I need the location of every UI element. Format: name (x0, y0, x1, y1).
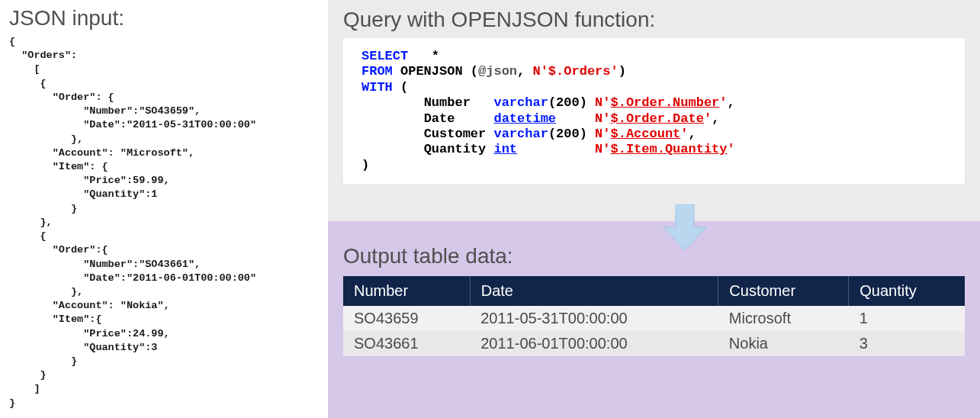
sql-code-block: SELECT * FROM OPENJSON (@json, N'$.Order… (343, 38, 965, 184)
col-header-quantity: Quantity (849, 276, 965, 306)
col4-name: Quantity (424, 142, 487, 156)
output-title: Output table data: (343, 244, 965, 268)
col3-type: varchar (493, 127, 548, 141)
col3-name: Customer (424, 127, 487, 141)
output-panel: Output table data: Number Date Customer … (328, 221, 980, 418)
cell-date: 2011-05-31T00:00:00 (470, 306, 718, 331)
col2-path: $.Order.Date (611, 111, 704, 126)
col4-path-suffix: ' (728, 142, 735, 156)
col3-size: (200) (548, 127, 587, 141)
col2-path-suffix: ' (704, 111, 712, 126)
col3-path-suffix: ' (680, 127, 688, 141)
query-title: Query with OPENJSON function: (343, 8, 965, 32)
star: * (432, 49, 439, 63)
col2-type: datetime (493, 111, 556, 126)
col3-path-prefix: N' (595, 127, 610, 141)
cell-date: 2011-06-01T00:00:00 (470, 331, 718, 356)
paren-close: ) (619, 64, 626, 79)
col4-path: $.Item.Quantity (611, 142, 728, 156)
col-header-date: Date (470, 276, 718, 306)
col1-path: $.Order.Number (611, 95, 720, 110)
col-header-customer: Customer (718, 276, 849, 306)
json-input-panel: JSON input: { "Orders": [ { "Order": { "… (0, 0, 328, 418)
json-input-title: JSON input: (9, 6, 319, 31)
output-table: Number Date Customer Quantity SO43659 20… (343, 276, 965, 356)
col1-path-prefix: N' (595, 95, 610, 110)
table-header-row: Number Date Customer Quantity (343, 276, 965, 306)
table-row: SO43659 2011-05-31T00:00:00 Microsoft 1 (343, 306, 965, 331)
col2-name: Date (424, 111, 455, 126)
col1-size: (200) (548, 95, 587, 110)
var-json: @json (478, 64, 517, 79)
cell-customer: Microsoft (718, 306, 849, 331)
comma: , (517, 64, 525, 79)
col1-type: varchar (493, 95, 548, 110)
kw-select: SELECT (361, 49, 408, 63)
orders-path: N'$.Orders' (532, 64, 618, 79)
col4-path-prefix: N' (595, 142, 610, 156)
kw-with: WITH (361, 80, 393, 95)
flow-arrow-icon (664, 204, 706, 250)
kw-from: FROM (361, 64, 393, 79)
cell-number: SO43661 (343, 331, 470, 356)
fn-openjson: OPENJSON (400, 64, 463, 79)
svg-marker-0 (664, 204, 706, 250)
col3-path: $.Account (611, 127, 681, 141)
col1-name: Number (424, 95, 471, 110)
cell-number: SO43659 (343, 306, 470, 331)
col2-path-prefix: N' (595, 111, 610, 126)
cell-customer: Nokia (718, 331, 849, 356)
query-panel: Query with OPENJSON function: SELECT * F… (328, 0, 980, 221)
col1-path-suffix: ' (719, 95, 727, 110)
cell-quantity: 1 (849, 306, 965, 331)
col-header-number: Number (343, 276, 470, 306)
json-input-code: { "Orders": [ { "Order": { "Number":"SO4… (9, 35, 319, 410)
cell-quantity: 3 (849, 331, 965, 356)
col4-type: int (493, 142, 517, 156)
paren-open: ( (471, 64, 478, 79)
table-row: SO43661 2011-06-01T00:00:00 Nokia 3 (343, 331, 965, 356)
